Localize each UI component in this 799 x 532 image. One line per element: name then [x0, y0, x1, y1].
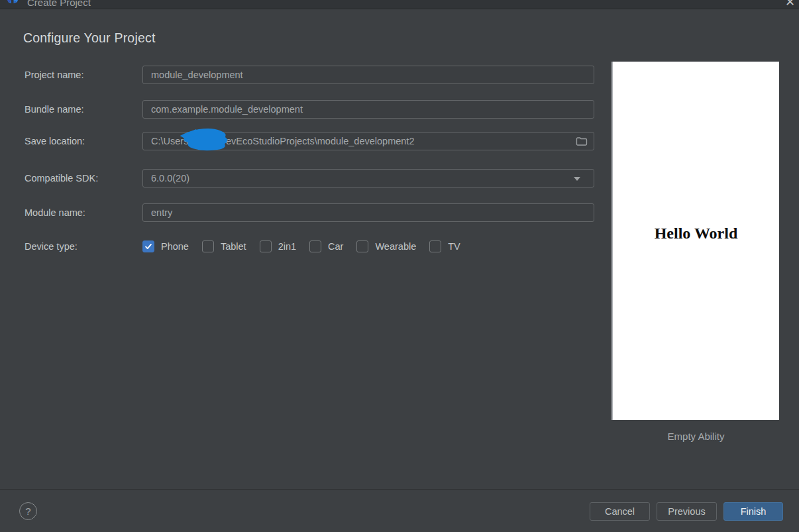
device-option-label: Phone [161, 241, 189, 252]
device-option-tv[interactable]: TV [429, 240, 460, 252]
device-type-row: Device type: Phone Tablet 2in1 Car [25, 239, 460, 254]
dialog-title: Create Project [27, 0, 91, 8]
cancel-button[interactable]: Cancel [590, 502, 650, 521]
browse-folder-icon[interactable] [576, 136, 588, 146]
checkbox-checked-icon[interactable] [142, 240, 154, 252]
device-option-label: TV [448, 241, 460, 252]
device-option-phone[interactable]: Phone [142, 240, 189, 252]
checkbox-unchecked-icon[interactable] [309, 240, 321, 252]
device-option-car[interactable]: Car [309, 240, 343, 252]
previous-button[interactable]: Previous [657, 502, 717, 521]
page-title: Configure Your Project [23, 30, 156, 46]
checkbox-unchecked-icon[interactable] [356, 240, 368, 252]
device-option-label: Wearable [375, 241, 416, 252]
preview-hello-world-text: Hello World [655, 225, 738, 242]
dialog-footer: ? Cancel Previous Finish [0, 489, 799, 532]
deveco-studio-logo-icon [5, 0, 21, 9]
save-location-prefix: C:\Users\ [151, 136, 191, 146]
device-option-label: 2in1 [278, 241, 296, 252]
save-location-label: Save location: [25, 136, 142, 146]
save-location-suffix: \DevEcoStudioProjects\module_development… [216, 136, 414, 146]
module-name-label: Module name: [25, 207, 142, 218]
checkbox-unchecked-icon[interactable] [260, 240, 272, 252]
device-option-label: Tablet [221, 241, 246, 252]
save-location-row: Save location: C:\Users\\DevEcoStudioPro… [25, 132, 594, 150]
project-name-label: Project name: [25, 70, 142, 80]
template-caption: Empty Ability [613, 431, 779, 442]
bundle-name-label: Bundle name: [25, 104, 142, 115]
close-icon[interactable]: ✕ [785, 0, 795, 8]
device-option-label: Car [328, 241, 343, 252]
chevron-down-icon [574, 177, 580, 181]
compatible-sdk-dropdown[interactable]: 6.0.0(20) [142, 169, 594, 187]
bundle-name-value: com.example.module_development [151, 104, 303, 115]
checkbox-unchecked-icon[interactable] [429, 240, 441, 252]
help-icon[interactable]: ? [19, 502, 37, 520]
device-option-2in1[interactable]: 2in1 [260, 240, 296, 252]
project-name-row: Project name: module_development [25, 66, 594, 84]
bundle-name-input[interactable]: com.example.module_development [142, 100, 594, 119]
module-name-value: entry [151, 207, 172, 218]
module-name-row: Module name: entry [25, 203, 594, 222]
device-type-options: Phone Tablet 2in1 Car Wearable TV [142, 240, 460, 252]
device-type-label: Device type: [25, 241, 142, 252]
finish-button[interactable]: Finish [723, 502, 783, 521]
compatible-sdk-row: Compatible SDK: 6.0.0(20) [25, 169, 594, 187]
compatible-sdk-label: Compatible SDK: [25, 173, 142, 184]
checkbox-unchecked-icon[interactable] [202, 240, 214, 252]
save-location-input[interactable]: C:\Users\\DevEcoStudioProjects\module_de… [142, 132, 594, 150]
footer-buttons: Cancel Previous Finish [590, 502, 783, 521]
bundle-name-row: Bundle name: com.example.module_developm… [25, 100, 594, 119]
project-name-value: module_development [151, 70, 243, 80]
project-name-input[interactable]: module_development [142, 66, 594, 84]
create-project-dialog: Create Project ✕ Configure Your Project … [0, 0, 799, 532]
dialog-titlebar: Create Project ✕ [0, 0, 799, 9]
template-preview-screen: Hello World [613, 62, 779, 420]
device-option-tablet[interactable]: Tablet [202, 240, 246, 252]
module-name-input[interactable]: entry [142, 203, 594, 222]
device-option-wearable[interactable]: Wearable [356, 240, 416, 252]
compatible-sdk-value: 6.0.0(20) [151, 173, 189, 184]
